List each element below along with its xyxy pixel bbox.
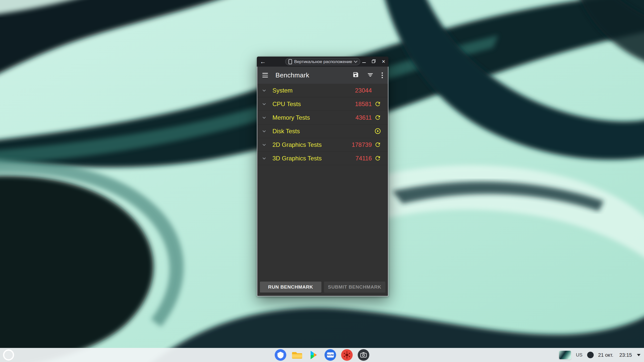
portrait-phone-icon — [288, 59, 292, 64]
test-score: 23044 — [347, 87, 372, 94]
minimize-button[interactable] — [362, 59, 366, 64]
keyboard-layout-indicator[interactable]: US — [576, 352, 582, 358]
test-row-3d-graphics[interactable]: 3D Graphics Tests 74116 — [257, 152, 388, 165]
minimize-icon — [362, 62, 366, 63]
app-bar: Benchmark — [257, 67, 388, 84]
tray-time[interactable]: 23:15 — [619, 352, 632, 358]
filter-button[interactable] — [367, 71, 374, 79]
tray-expand-caret-icon[interactable] — [637, 354, 640, 356]
save-icon — [352, 71, 359, 78]
window-caption: ← Вертикальное расположение ✕ — [257, 57, 388, 67]
notification-circle-icon[interactable] — [587, 352, 594, 358]
expand-chevron-icon[interactable] — [261, 115, 267, 120]
submit-benchmark-button[interactable]: SUBMIT BENCHMARK — [324, 282, 386, 293]
layout-selector-label: Вертикальное расположение — [294, 59, 352, 64]
test-row-memory[interactable]: Memory Tests 43611 — [257, 111, 388, 124]
test-row-disk[interactable]: Disk Tests — [257, 124, 388, 138]
expand-chevron-icon[interactable] — [261, 128, 267, 134]
chevron-down-icon — [354, 59, 357, 63]
rerun-test-button[interactable] — [374, 101, 381, 108]
rerun-test-button[interactable] — [374, 155, 381, 162]
desktop: ← Вертикальное расположение ✕ Benc — [0, 0, 644, 362]
benchmark-window: ← Вертикальное расположение ✕ Benc — [257, 57, 388, 296]
holding-space-thumbnail[interactable] — [559, 350, 571, 359]
test-label: Disk Tests — [272, 128, 300, 135]
rerun-icon — [374, 101, 381, 107]
play-circle-icon — [374, 128, 381, 134]
rerun-test-button[interactable] — [374, 141, 381, 148]
layout-selector-button[interactable]: Вертикальное расположение — [285, 58, 360, 65]
status-tray[interactable]: US 21 окт. 23:15 — [559, 348, 640, 362]
restore-icon — [372, 59, 376, 63]
test-list: System 23044 CPU Tests 18581 — [257, 84, 388, 165]
launcher-button[interactable] — [3, 349, 14, 360]
rerun-icon — [374, 141, 381, 148]
test-row-2d-graphics[interactable]: 2D Graphics Tests 178739 — [257, 138, 388, 152]
page-title: Benchmark — [275, 71, 309, 79]
num-badge: NUM — [327, 352, 334, 357]
restore-button[interactable] — [372, 59, 376, 64]
tray-date[interactable]: 21 окт. — [598, 352, 613, 358]
expand-chevron-icon[interactable] — [261, 101, 267, 107]
rerun-test-button[interactable] — [374, 114, 381, 121]
test-label: System — [272, 87, 293, 94]
test-label: 2D Graphics Tests — [272, 141, 322, 148]
expand-chevron-icon[interactable] — [261, 142, 267, 148]
test-score: 178739 — [347, 141, 372, 148]
red-benchmark-app-icon[interactable] — [341, 349, 353, 361]
files-app-icon[interactable] — [291, 349, 303, 361]
test-label: CPU Tests — [272, 101, 301, 108]
expand-chevron-icon[interactable] — [261, 88, 267, 93]
test-score: 74116 — [347, 155, 372, 162]
test-label: Memory Tests — [272, 114, 310, 121]
menu-button[interactable] — [262, 73, 268, 77]
run-benchmark-button[interactable]: RUN BENCHMARK — [260, 282, 321, 293]
screen-capture-app-icon[interactable] — [357, 349, 370, 361]
test-row-system[interactable]: System 23044 — [257, 84, 388, 97]
footer-actions: RUN BENCHMARK SUBMIT BENCHMARK — [257, 282, 388, 296]
test-row-cpu[interactable]: CPU Tests 18581 — [257, 97, 388, 111]
num-app-icon[interactable]: NUM — [324, 349, 336, 361]
test-score: 43611 — [347, 114, 372, 121]
run-test-button[interactable] — [374, 128, 381, 135]
test-label: 3D Graphics Tests — [272, 155, 322, 162]
back-button[interactable]: ← — [260, 59, 266, 65]
shelf-apps: NUM — [274, 348, 370, 362]
close-button[interactable]: ✕ — [382, 59, 385, 64]
test-score: 18581 — [347, 101, 372, 108]
expand-chevron-icon[interactable] — [261, 156, 267, 161]
more-options-button[interactable] — [382, 72, 383, 78]
filter-list-icon — [367, 71, 374, 78]
rerun-icon — [374, 114, 381, 121]
rerun-icon — [374, 155, 381, 162]
shelf: NUM — [0, 348, 644, 362]
play-store-icon[interactable] — [308, 349, 320, 361]
save-button[interactable] — [352, 71, 359, 79]
shield-app-icon[interactable] — [274, 349, 287, 361]
